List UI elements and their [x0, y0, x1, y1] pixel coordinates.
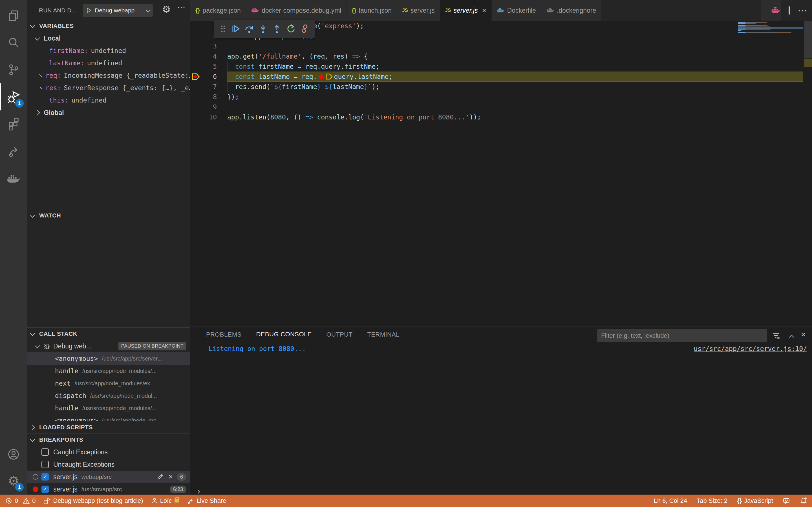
more-editor-actions-icon[interactable]: ⋯ — [798, 5, 808, 16]
stack-frame[interactable]: next/usr/src/app/node_modules/ex... — [27, 377, 190, 390]
code-line-9[interactable]: 9 — [190, 102, 812, 112]
exception-breakpoint[interactable]: Uncaught Exceptions — [27, 458, 190, 471]
breakpoint-line-badge: 6:23 — [170, 486, 186, 493]
tab-server.js[interactable]: JSserver.js× — [440, 0, 492, 21]
stack-frame[interactable]: dispatch/usr/src/app/node_modul... — [27, 390, 190, 402]
run-and-debug-icon[interactable]: 1 — [0, 83, 27, 110]
variable-req[interactable]: req:IncomingMessage {_readableState:… — [27, 69, 190, 82]
code-line-5[interactable]: 5 const firstName = req.query.firstNme; — [190, 61, 812, 71]
docker-icon[interactable] — [0, 165, 27, 191]
explorer-icon[interactable] — [0, 2, 27, 29]
code-line-6[interactable]: 6 const lastName = req.query.lastName; — [190, 71, 812, 82]
variable-lastName[interactable]: lastName:undefined — [27, 57, 190, 69]
live-share-icon[interactable] — [0, 137, 27, 165]
stack-frame[interactable]: handle/usr/src/app/node_modules/... — [27, 402, 190, 414]
debug-console-filter-input[interactable] — [597, 329, 767, 342]
accounts-icon[interactable] — [0, 441, 27, 468]
code-line-4[interactable]: 4app.get('/fullname', (req, res) => { — [190, 51, 812, 61]
notifications-bell-icon[interactable] — [800, 497, 808, 505]
close-panel-icon[interactable]: × — [801, 330, 806, 339]
docker-action-icon[interactable] — [771, 6, 781, 15]
panel-tab-problems[interactable]: PROBLEMS — [206, 327, 242, 342]
watch-header[interactable]: WATCH — [27, 209, 190, 222]
variable-this[interactable]: this:undefined — [27, 94, 190, 107]
settings-gear-icon[interactable]: ⚙ 1 — [0, 467, 27, 494]
status-bar: 0 0 Debug webapp (test-blog-article) Loï… — [0, 495, 812, 507]
checkbox[interactable]: ✓ — [42, 473, 49, 481]
toolbar-drag-handle[interactable] — [219, 24, 227, 33]
live-share-status[interactable]: Live Share — [187, 497, 226, 504]
edit-breakpoint-icon[interactable] — [156, 472, 164, 482]
scope-Local[interactable]: Local — [27, 32, 190, 45]
stack-frame[interactable]: <anonymous>/usr/src/app/node_mo... — [27, 414, 190, 421]
stack-frame[interactable]: <anonymous>/usr/src/app/src/server... — [27, 352, 190, 365]
restart-icon[interactable] — [286, 24, 296, 34]
loaded-scripts-header[interactable]: LOADED SCRIPTS — [27, 421, 190, 434]
panel-tab-terminal[interactable]: TERMINAL — [366, 327, 400, 342]
continue-icon[interactable] — [231, 24, 241, 34]
inline-breakpoint-icon[interactable] — [319, 74, 324, 79]
gutter[interactable]: 5 — [190, 61, 227, 71]
variable-res[interactable]: res:ServerResponse {_events: {…}, _e… — [27, 82, 190, 94]
variable-firstName[interactable]: firstName:undefined — [27, 45, 190, 57]
gutter[interactable]: 10 — [190, 112, 227, 122]
scrollbar-thumb[interactable] — [804, 21, 812, 58]
debug-session-row[interactable]: Debug web... PAUSED ON BREAKPOINT — [27, 340, 190, 352]
language-mode[interactable]: {} JavaScript — [737, 497, 773, 504]
step-out-icon[interactable] — [272, 24, 282, 34]
tab-package.json[interactable]: {}package.json — [190, 0, 246, 21]
gutter[interactable]: 9 — [190, 102, 227, 112]
code-line-7[interactable]: 7 res.send(`${firstName} ${lastName}`); — [190, 82, 812, 92]
remove-breakpoint-icon[interactable]: × — [168, 473, 173, 482]
collapse-panel-icon[interactable] — [790, 333, 794, 341]
user-status[interactable]: Loïc — [151, 497, 179, 504]
code-line-10[interactable]: 10app.listen(8080, () => console.log('Li… — [190, 112, 812, 122]
breakpoint-row[interactable]: ✓server.js/usr/src/app/src6:23 — [27, 483, 190, 495]
variables-header[interactable]: VARIABLES — [27, 20, 190, 32]
panel-tab-output[interactable]: OUTPUT — [326, 327, 353, 342]
launch-config-dropdown[interactable]: Debug webapp — [83, 4, 153, 17]
checkbox[interactable]: ✓ — [42, 486, 49, 493]
gutter[interactable]: 6 — [190, 71, 227, 82]
gutter[interactable]: 7 — [190, 82, 227, 92]
split-editor-icon[interactable] — [789, 7, 790, 14]
extensions-icon[interactable] — [0, 110, 27, 137]
checkbox[interactable] — [42, 448, 49, 456]
tab-docker-compose.debug.yml[interactable]: docker-compose.debug.yml — [246, 0, 347, 21]
exception-breakpoint[interactable]: Caught Exceptions — [27, 446, 190, 458]
checkbox[interactable] — [42, 461, 49, 468]
disconnect-icon[interactable] — [299, 24, 310, 34]
step-over-icon[interactable] — [244, 24, 254, 34]
feedback-icon[interactable] — [783, 497, 790, 504]
indentation-status[interactable]: Tab Size: 2 — [697, 497, 727, 504]
gutter[interactable]: 8 — [190, 92, 227, 102]
call-stack-header[interactable]: CALL STACK — [27, 328, 190, 340]
breakpoint-row[interactable]: ✓server.jswebapp/src×6 — [27, 471, 190, 483]
console-source-link[interactable]: usr/src/app/src/server.js:10/ — [694, 345, 807, 352]
close-tab-icon[interactable]: × — [482, 6, 486, 15]
gutter[interactable]: 4 — [190, 51, 227, 61]
gutter[interactable]: 3 — [190, 41, 227, 51]
tab-launch.json[interactable]: {}launch.json — [347, 0, 397, 21]
tab-.dockerignore[interactable]: .dockerignore — [541, 0, 601, 21]
cursor-position[interactable]: Ln 6, Col 24 — [654, 497, 688, 504]
more-actions-icon[interactable]: ⋯ — [177, 2, 186, 12]
stack-frame[interactable]: handle/usr/src/app/node_modules/... — [27, 365, 190, 377]
step-into-icon[interactable] — [258, 24, 268, 34]
clear-filter-icon[interactable] — [772, 332, 780, 342]
code-editor[interactable]: 1const express = require('express');2con… — [190, 21, 812, 326]
panel-tab-debug-console[interactable]: DEBUG CONSOLE — [255, 327, 312, 342]
problems-status[interactable]: 0 0 — [5, 497, 36, 504]
warning-icon — [22, 497, 30, 504]
code-line-3[interactable]: 3 — [190, 41, 812, 51]
search-icon[interactable] — [0, 29, 27, 56]
debug-status[interactable]: Debug webapp (test-blog-article) — [44, 497, 143, 504]
overview-ruler[interactable] — [804, 21, 812, 326]
breakpoints-header[interactable]: BREAKPOINTS — [27, 434, 190, 446]
source-control-icon[interactable] — [0, 56, 27, 83]
tab-server.js[interactable]: JSserver.js — [397, 0, 440, 21]
tab-Dockerfile[interactable]: Dockerfile — [492, 0, 541, 21]
scope-Global[interactable]: Global — [27, 107, 190, 119]
configure-gear-icon[interactable]: ⚙ — [162, 4, 170, 15]
code-line-8[interactable]: 8}); — [190, 92, 812, 102]
